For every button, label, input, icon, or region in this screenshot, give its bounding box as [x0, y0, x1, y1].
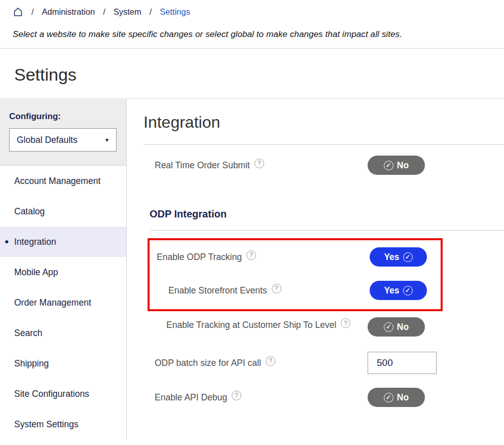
- sidebar-item-label: Account Management: [14, 176, 100, 187]
- toggle-label: No: [397, 322, 409, 332]
- settings-layout: Configuring: Global Defaults ▼ Account M…: [0, 98, 504, 439]
- settings-sidebar: Configuring: Global Defaults ▼ Account M…: [0, 98, 127, 439]
- highlight-annotation-box: Enable ODP Tracking ? ✓ Yes Enable Store…: [148, 238, 443, 311]
- sidebar-item-system-settings[interactable]: System Settings: [0, 409, 126, 439]
- setting-row-enable-api-debug: Enable API Debug ? ✓ No: [143, 388, 504, 407]
- breadcrumb-separator: /: [150, 7, 152, 17]
- sidebar-item-label: System Settings: [14, 419, 78, 430]
- setting-label: Real Time Order Submit: [155, 160, 250, 171]
- setting-row-enable-odp-tracking: Enable ODP Tracking ? ✓ Yes: [157, 247, 441, 267]
- setting-row-odp-batch-size: ODP batch size for API call ?: [143, 352, 504, 374]
- sidebar-item-account-management[interactable]: Account Management: [0, 166, 126, 196]
- enable-odp-tracking-toggle[interactable]: ✓ Yes: [370, 247, 427, 267]
- home-icon[interactable]: [13, 7, 23, 17]
- sidebar-item-integration[interactable]: ● Integration: [0, 227, 126, 257]
- section-divider: [143, 144, 504, 145]
- toggle-label: Yes: [384, 285, 399, 296]
- sidebar-item-label: Mobile App: [14, 267, 58, 278]
- sidebar-item-label: Search: [14, 328, 42, 339]
- integration-settings-panel: Integration Real Time Order Submit ? ✓ N…: [127, 98, 504, 439]
- sidebar-item-order-management[interactable]: Order Management: [0, 287, 126, 318]
- toggle-label: No: [397, 392, 409, 403]
- sidebar-item-catalog[interactable]: Catalog: [0, 196, 126, 227]
- sidebar-item-site-configurations[interactable]: Site Configurations: [0, 379, 126, 409]
- check-circle-icon: ✓: [384, 393, 393, 402]
- breadcrumb-administration[interactable]: Administration: [42, 7, 95, 17]
- scope-select-value: Global Defaults: [17, 135, 78, 145]
- breadcrumb-separator: /: [31, 7, 34, 17]
- help-icon[interactable]: ?: [272, 284, 281, 293]
- sidebar-item-shipping[interactable]: Shipping: [0, 348, 126, 379]
- odp-batch-size-input[interactable]: [368, 352, 437, 374]
- help-icon[interactable]: ?: [255, 159, 264, 168]
- odp-section-divider: [150, 230, 504, 231]
- caret-down-icon: ▼: [104, 137, 110, 143]
- breadcrumb-settings[interactable]: Settings: [160, 7, 190, 17]
- help-icon[interactable]: ?: [232, 391, 241, 400]
- sidebar-item-label: Shipping: [14, 358, 49, 369]
- check-circle-icon: ✓: [384, 161, 393, 170]
- toggle-label: Yes: [384, 252, 399, 263]
- scope-instruction-note: Select a website to make site specific c…: [13, 29, 504, 40]
- selected-bullet-icon: ●: [5, 237, 9, 245]
- settings-nav: Account Management Catalog ● Integration…: [0, 166, 126, 439]
- sidebar-item-label: Order Management: [14, 298, 91, 308]
- setting-label: Enable Storefront Events: [168, 285, 267, 296]
- breadcrumb: / Administration / System / Settings: [0, 0, 504, 17]
- setting-label: Enable Tracking at Customer Ship To Leve…: [166, 317, 336, 332]
- toggle-label: No: [397, 160, 409, 171]
- enable-api-debug-toggle[interactable]: ✓ No: [368, 388, 425, 407]
- setting-label: Enable API Debug: [155, 392, 227, 403]
- check-circle-icon: ✓: [403, 286, 413, 295]
- setting-label: Enable ODP Tracking: [157, 252, 242, 263]
- help-icon[interactable]: ?: [341, 318, 350, 328]
- check-circle-icon: ✓: [403, 252, 413, 262]
- setting-label: ODP batch size for API call: [155, 358, 261, 368]
- page-title: Settings: [0, 49, 504, 98]
- setting-row-enable-storefront-events: Enable Storefront Events ? ✓ Yes: [157, 281, 441, 300]
- sidebar-item-search[interactable]: Search: [0, 318, 126, 348]
- breadcrumb-separator: /: [103, 7, 105, 17]
- help-icon[interactable]: ?: [246, 250, 256, 260]
- help-icon[interactable]: ?: [266, 356, 275, 366]
- sidebar-item-label: Catalog: [14, 206, 45, 217]
- section-title: Integration: [143, 112, 504, 132]
- check-circle-icon: ✓: [384, 322, 393, 332]
- configuring-label: Configuring:: [9, 112, 117, 122]
- odp-section-heading: ODP Integration: [150, 208, 504, 220]
- configuring-panel: Configuring: Global Defaults ▼: [0, 98, 126, 166]
- scope-select[interactable]: Global Defaults ▼: [9, 128, 117, 152]
- sidebar-item-mobile-app[interactable]: Mobile App: [0, 257, 126, 287]
- real-time-order-submit-toggle[interactable]: ✓ No: [368, 156, 425, 175]
- breadcrumb-system[interactable]: System: [114, 7, 141, 17]
- setting-row-real-time-order-submit: Real Time Order Submit ? ✓ No: [143, 156, 504, 175]
- sidebar-item-label: Site Configurations: [14, 389, 89, 399]
- setting-row-enable-tracking-ship-to: Enable Tracking at Customer Ship To Leve…: [143, 317, 504, 337]
- enable-tracking-ship-to-toggle[interactable]: ✓ No: [368, 317, 425, 337]
- enable-storefront-events-toggle[interactable]: ✓ Yes: [370, 281, 427, 300]
- sidebar-item-label: Integration: [14, 237, 56, 247]
